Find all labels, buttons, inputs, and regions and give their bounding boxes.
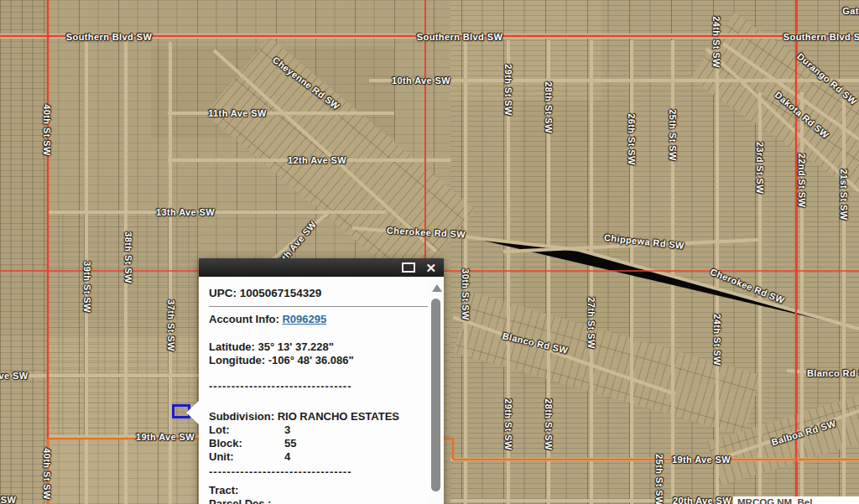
longitude-value: -106° 48' 36.086" (268, 354, 354, 366)
popup-content: UPC: 1005067154329 Account Info: R096295… (199, 277, 430, 504)
subdivision-line: Subdivision: RIO RANCHO ESTATES (209, 410, 430, 423)
detail-row-label: Block: (209, 437, 284, 450)
account-info-line: Account Info: R096295 (209, 313, 430, 326)
detail-row: Block:55 (209, 437, 430, 450)
detail-row-label: Unit: (209, 450, 284, 464)
scroll-up-arrow-icon[interactable] (432, 284, 442, 292)
popup-divider-rule (209, 306, 428, 307)
maximize-icon[interactable] (402, 262, 415, 273)
dashed-divider: -------------------------------- (209, 380, 430, 393)
detail-row-value: 55 (284, 437, 296, 449)
upc-label: UPC: (209, 287, 237, 299)
tract-line: Tract: (209, 484, 430, 497)
detail-row-value: 3 (284, 423, 290, 436)
detail-rows: Lot:3Block:55Unit:4 (209, 423, 430, 464)
latitude-value: 35° 13' 37.228" (258, 340, 334, 353)
account-info-link[interactable]: R096295 (282, 313, 326, 325)
parcel-des-label: Parcel Des.: (209, 497, 271, 504)
account-label: Account Info: (209, 313, 279, 325)
detail-row-value: 4 (284, 450, 290, 463)
longitude-label: Longitude: (209, 354, 265, 366)
detail-row-label: Lot: (209, 423, 284, 437)
close-icon[interactable]: ✕ (425, 262, 436, 274)
popup-titlebar: ✕ (199, 258, 444, 277)
tract-label: Tract: (209, 484, 238, 496)
subdivision-value: RIO RANCHO ESTATES (278, 410, 399, 423)
subdivision-label: Subdivision: (209, 410, 274, 423)
dashed-divider: -------------------------------- (209, 465, 430, 479)
latitude-label: Latitude: (209, 340, 255, 353)
upc-line: UPC: 1005067154329 (209, 287, 430, 300)
longitude-line: Longitude: -106° 48' 36.086" (209, 354, 430, 367)
detail-row: Unit:4 (209, 450, 430, 464)
scrollbar-thumb[interactable] (431, 299, 440, 491)
popup-scrollbar[interactable] (430, 277, 444, 504)
parcel-info-popup: ✕ UPC: 1005067154329 Account Info: R0962… (199, 258, 444, 504)
popup-callout-arrow (186, 400, 200, 425)
latitude-line: Latitude: 35° 13' 37.228" (209, 340, 430, 354)
upc-value: 1005067154329 (240, 287, 322, 299)
detail-row: Lot:3 (209, 423, 430, 437)
parcel-des-line: Parcel Des.: (209, 497, 430, 504)
map-attribution: MRCOG NM, Bel (733, 496, 859, 504)
